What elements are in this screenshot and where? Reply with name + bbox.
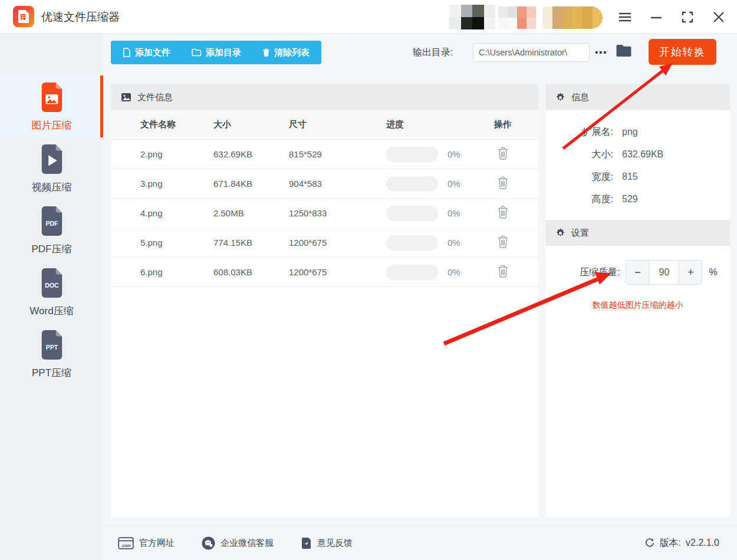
file-dims: 1200*675 bbox=[289, 267, 386, 277]
info-row: 宽度: 815 bbox=[545, 166, 730, 188]
col-name: 文件名称 bbox=[140, 119, 213, 130]
add-file-icon bbox=[123, 48, 131, 57]
delete-row-button[interactable] bbox=[496, 205, 509, 222]
maximize-icon[interactable] bbox=[680, 9, 695, 25]
output-dir-input[interactable] bbox=[473, 43, 590, 62]
table-row: 5.png 774.15KB 1200*675 0% bbox=[111, 228, 538, 258]
progress-text: 0% bbox=[448, 208, 460, 218]
delete-row-button[interactable] bbox=[496, 146, 509, 163]
file-actions-group: 添加文件 添加目录 清除列表 bbox=[111, 41, 321, 64]
progress-text: 0% bbox=[448, 179, 460, 189]
sidebar-item-label: PPT压缩 bbox=[32, 366, 71, 380]
website-icon: .com bbox=[118, 537, 134, 549]
gear-icon bbox=[555, 93, 565, 103]
info-row: 大小: 632.69KB bbox=[545, 143, 730, 166]
sidebar-item-label: PDF压缩 bbox=[32, 242, 72, 256]
progress-text: 0% bbox=[448, 149, 460, 159]
col-op: 操作 bbox=[485, 119, 521, 130]
svg-text:DOC: DOC bbox=[45, 281, 59, 288]
output-dir-label: 输出目录: bbox=[413, 41, 453, 64]
version-info: 版本: v2.2.1.0 bbox=[644, 537, 719, 549]
table-row: 6.png 608.03KB 1200*675 0% bbox=[111, 258, 538, 287]
sidebar-item-label: 视频压缩 bbox=[32, 180, 72, 194]
quality-plus-button[interactable]: + bbox=[679, 261, 702, 284]
quality-minus-button[interactable]: − bbox=[626, 261, 649, 284]
file-name: 2.png bbox=[140, 149, 213, 159]
progress-bar bbox=[386, 147, 438, 162]
pdf-compress-icon: PDF bbox=[38, 205, 65, 237]
add-directory-icon bbox=[192, 48, 202, 57]
ppt-compress-icon: PPT bbox=[38, 329, 65, 361]
app-logo-icon bbox=[13, 6, 34, 27]
quality-label: 压缩质量: bbox=[580, 266, 620, 279]
file-size: 774.15KB bbox=[213, 238, 289, 248]
progress-bar bbox=[386, 265, 438, 280]
svg-text:PDF: PDF bbox=[45, 219, 58, 226]
delete-row-button[interactable] bbox=[496, 234, 509, 251]
table-header: 文件名称 大小 尺寸 进度 操作 bbox=[111, 110, 538, 140]
file-name: 5.png bbox=[140, 238, 213, 248]
titlebar: 优速文件压缩器 bbox=[0, 0, 737, 34]
feedback-link[interactable]: 意见反馈 bbox=[301, 537, 353, 549]
file-name: 3.png bbox=[140, 179, 213, 189]
file-size: 608.03KB bbox=[213, 267, 289, 277]
close-icon[interactable] bbox=[711, 9, 726, 25]
info-list: 扩展名: png 大小: 632.69KB 宽度: 815 高度: 529 bbox=[545, 110, 730, 210]
app-title: 优速文件压缩器 bbox=[41, 0, 120, 34]
info-value: png bbox=[622, 127, 730, 137]
col-progress: 进度 bbox=[386, 119, 485, 130]
file-name: 6.png bbox=[140, 267, 213, 277]
file-dims: 815*529 bbox=[289, 149, 386, 159]
sidebar-item-word-compress[interactable]: DOC Word压缩 bbox=[0, 261, 103, 323]
word-compress-icon: DOC bbox=[38, 267, 65, 299]
clear-list-button[interactable]: 清除列表 bbox=[262, 47, 310, 58]
info-label: 扩展名: bbox=[545, 126, 613, 139]
file-size: 2.50MB bbox=[213, 208, 289, 218]
censored-vip-pill bbox=[542, 6, 603, 29]
file-dims: 1250*833 bbox=[289, 208, 386, 218]
settings-header: 设置 bbox=[545, 220, 730, 246]
official-site-link[interactable]: .com 官方网址 bbox=[118, 537, 175, 549]
info-label: 大小: bbox=[545, 149, 613, 161]
wechat-support-link[interactable]: 企业微信客服 bbox=[202, 536, 274, 550]
progress-text: 0% bbox=[448, 238, 460, 248]
quality-value[interactable]: 90 bbox=[649, 261, 679, 284]
quality-stepper: − 90 + bbox=[626, 260, 702, 285]
refresh-icon[interactable] bbox=[644, 538, 655, 548]
info-header: 信息 bbox=[545, 84, 730, 110]
info-title: 信息 bbox=[571, 92, 589, 103]
file-size: 632.69KB bbox=[213, 149, 289, 159]
info-row: 高度: 529 bbox=[545, 188, 730, 210]
sidebar-item-label: Word压缩 bbox=[29, 304, 73, 318]
file-name: 4.png bbox=[140, 208, 213, 218]
info-label: 高度: bbox=[545, 193, 613, 206]
file-dims: 904*583 bbox=[289, 179, 386, 189]
file-info-panel: 文件信息 文件名称 大小 尺寸 进度 操作 2.png 632.69KB 815… bbox=[111, 84, 538, 517]
info-label: 宽度: bbox=[545, 171, 613, 183]
progress-bar bbox=[386, 176, 438, 192]
sidebar: 图片压缩 视频压缩 PDF PDF压缩 DOC Word压缩 PPT PPT压 bbox=[0, 34, 103, 560]
delete-row-button[interactable] bbox=[496, 263, 509, 281]
file-dims: 1200*675 bbox=[289, 238, 386, 248]
add-directory-button[interactable]: 添加目录 bbox=[192, 47, 241, 58]
sidebar-item-pdf-compress[interactable]: PDF PDF压缩 bbox=[0, 199, 103, 261]
delete-row-button[interactable] bbox=[496, 175, 509, 192]
browse-more-button[interactable]: ⋯ bbox=[594, 41, 607, 64]
sidebar-item-image-compress[interactable]: 图片压缩 bbox=[0, 75, 103, 137]
file-info-title: 文件信息 bbox=[137, 92, 173, 103]
info-value: 632.69KB bbox=[622, 149, 730, 160]
svg-text:PPT: PPT bbox=[45, 343, 58, 350]
footer: .com 官方网址 企业微信客服 意见反馈 bbox=[103, 525, 737, 560]
add-file-button[interactable]: 添加文件 bbox=[123, 47, 170, 58]
minimize-icon[interactable] bbox=[649, 9, 664, 25]
progress-bar bbox=[386, 206, 438, 221]
video-compress-icon bbox=[38, 143, 65, 175]
sidebar-item-video-compress[interactable]: 视频压缩 bbox=[0, 137, 103, 199]
quality-row: 压缩质量: − 90 + % bbox=[580, 260, 730, 285]
main-content: 添加文件 添加目录 清除列表 输出目录: ⋯ 开始转换 bbox=[103, 34, 737, 560]
start-convert-button[interactable]: 开始转换 bbox=[649, 39, 716, 65]
sidebar-item-ppt-compress[interactable]: PPT PPT压缩 bbox=[0, 323, 103, 385]
table-row: 3.png 671.84KB 904*583 0% bbox=[111, 169, 538, 199]
open-folder-icon[interactable] bbox=[616, 44, 632, 60]
menu-icon[interactable] bbox=[617, 9, 633, 25]
